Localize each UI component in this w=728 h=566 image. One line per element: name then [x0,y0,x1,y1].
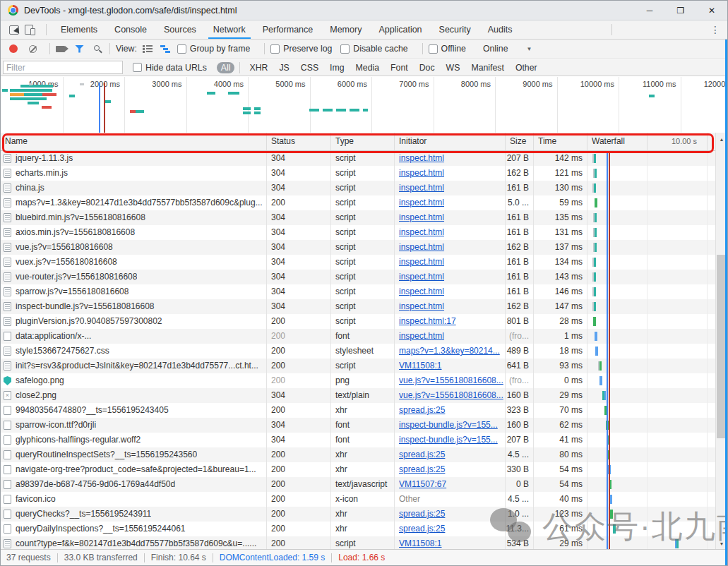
type-cell: script [331,270,395,284]
time-cell: 1 ms [534,329,587,344]
status-cell: 304 [267,151,331,166]
initiator-link[interactable]: inspect.html:17 [399,314,505,329]
more-options-icon[interactable]: ⋮ [703,24,727,35]
hide-data-urls-checkbox[interactable]: Hide data URLs [133,63,207,73]
group-by-frame-checkbox[interactable]: Group by frame [177,44,250,54]
waterfall-bar [592,258,596,267]
initiator-link[interactable]: vue.js?v=1556180816608... [399,388,505,403]
initiator-cell: maps?v=1.3&key=80214... [395,344,506,359]
filter-pill-other[interactable]: Other [511,62,542,73]
record-icon[interactable] [9,44,18,53]
column-header-size[interactable]: Size [506,133,534,150]
separator [422,43,423,54]
status-bar: 37 requests33.0 KB transferredFinish: 10… [1,549,727,565]
initiator-link[interactable]: spread.js:25 [399,462,505,477]
name-cell: safelogo.png [1,373,267,388]
offline-checkbox[interactable]: Offline [429,44,466,54]
filter-pill-xhr[interactable]: XHR [245,62,272,73]
initiator-link[interactable]: spread.js:25 [399,507,505,522]
initiator-link[interactable]: inspect.html [399,151,505,166]
initiator-link[interactable]: VM11508:1 [399,359,505,373]
request-name: pluginVersion.js?0.9040857597300802 [16,314,162,329]
tab-audits[interactable]: Audits [483,20,518,39]
column-header-time[interactable]: Time [534,133,587,150]
waterfall-bar [593,213,597,222]
filter-input[interactable] [3,61,123,74]
initiator-link[interactable]: VM11507:67 [399,477,505,492]
waterfall-bar [675,539,679,548]
column-header-type[interactable]: Type [331,133,395,150]
initiator-link[interactable]: inspect.html [399,166,505,181]
initiator-link[interactable]: inspect.html [399,181,505,195]
maximize-button[interactable]: ❒ [665,1,696,20]
tab-performance[interactable]: Performance [258,20,318,39]
tab-security[interactable]: Security [434,20,476,39]
column-header-waterfall[interactable]: Waterfall 10.00 s [587,133,717,150]
size-cell: 801 B [506,314,534,329]
device-toolbar-icon[interactable] [25,25,33,35]
filter-pill-img[interactable]: Img [326,62,349,73]
column-header-name[interactable]: Name [1,133,267,150]
initiator-cell: inspect.html [395,329,506,344]
clear-icon[interactable] [29,45,37,53]
initiator-link[interactable]: spread.js:25 [399,403,505,418]
filter-pill-all[interactable]: All [217,62,235,73]
tab-sources[interactable]: Sources [159,20,201,39]
chevron-down-icon[interactable]: ▼ [526,46,532,52]
tab-elements[interactable]: Elements [56,20,102,39]
initiator-link[interactable]: inspect-bundle.js?v=155... [399,418,505,433]
initiator-cell: inspect.html [395,299,506,314]
request-name: inspect-bundle.js?v=1556180816608 [16,299,155,314]
type-cell: script [331,240,395,255]
name-cell: bluebird.min.js?v=1556180816608 [1,210,267,225]
filter-pill-ws[interactable]: WS [442,62,465,73]
filter-pill-doc[interactable]: Doc [415,62,439,73]
doc-file-icon [4,361,11,371]
throttling-dropdown[interactable]: Online [483,44,508,54]
initiator-link[interactable]: inspect.html [399,255,505,270]
initiator-link[interactable]: vue.js?v=1556180816608... [399,373,505,388]
tab-memory[interactable]: Memory [325,20,366,39]
disable-cache-checkbox[interactable]: Disable cache [340,44,407,54]
initiator-link[interactable]: inspect.html [399,225,505,240]
filter-pill-js[interactable]: JS [275,62,293,73]
filter-pill-media[interactable]: Media [352,62,384,73]
filter-pill-manifest[interactable]: Manifest [467,62,508,73]
tab-console[interactable]: Console [109,20,152,39]
search-icon[interactable] [94,45,100,51]
inspect-element-icon[interactable] [9,25,19,35]
window-edge-accent [725,40,727,565]
initiator-link[interactable]: inspect.html [399,210,505,225]
large-rows-icon[interactable] [143,45,153,53]
initiator-link[interactable]: spread.js:25 [399,522,505,536]
minimize-button[interactable]: ─ [634,1,665,20]
filter-icon[interactable] [75,45,84,53]
initiator-link[interactable]: inspect.html [399,195,505,210]
initiator-link[interactable]: VM11508:1 [399,536,505,550]
initiator-link[interactable]: inspect-bundle.js?v=155... [399,433,505,447]
initiator-link[interactable]: inspect.html [399,240,505,255]
overview-toggle-icon[interactable] [160,45,170,53]
initiator-link[interactable]: maps?v=1.3&key=80214... [399,344,505,359]
timeline-overview[interactable]: 1000 ms2000 ms3000 ms4000 ms5000 ms6000 … [1,77,727,133]
type-cell: script [331,195,395,210]
initiator-link[interactable]: inspect.html [399,284,505,299]
overview-tick-label: 5000 ms [275,80,305,88]
close-button[interactable]: ✕ [696,1,727,20]
filter-pill-css[interactable]: CSS [297,62,323,73]
overview-tick-label: 10000 ms [580,80,614,88]
preserve-log-checkbox[interactable]: Preserve log [270,44,332,54]
initiator-link[interactable]: inspect.html [399,299,505,314]
tab-network[interactable]: Network [208,20,251,39]
status-cell: 304 [267,210,331,225]
initiator-link[interactable]: spread.js:25 [399,447,505,462]
initiator-link[interactable]: inspect.html [399,270,505,284]
size-cell: 4.5 ... [506,492,534,507]
screenshot-capture-icon[interactable] [56,46,65,52]
column-header-status[interactable]: Status [267,133,331,150]
type-cell: script [331,210,395,225]
initiator-link[interactable]: inspect.html [399,329,505,344]
filter-pill-font[interactable]: Font [386,62,412,73]
tab-application[interactable]: Application [374,20,426,39]
column-header-initiator[interactable]: Initiator [395,133,506,150]
